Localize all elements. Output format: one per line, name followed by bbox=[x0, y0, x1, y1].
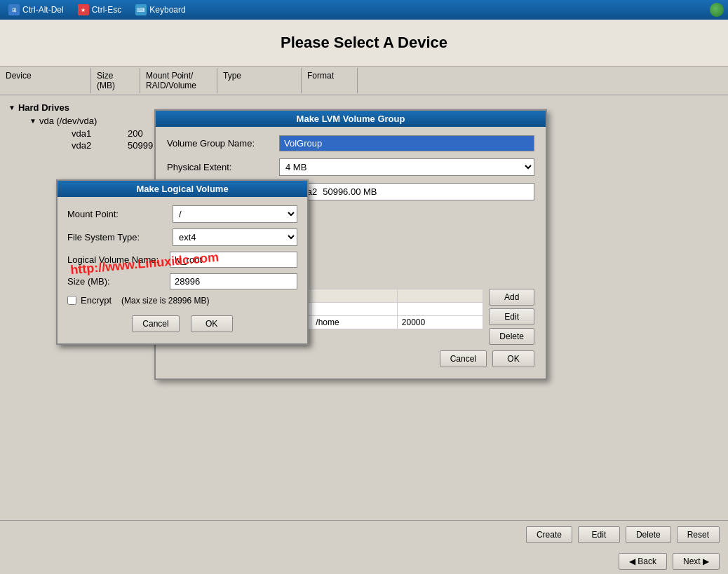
th-size: Size(MB) bbox=[91, 68, 140, 93]
vda2-name: vda2 bbox=[72, 140, 128, 151]
globe-icon bbox=[710, 3, 724, 17]
next-label: Next bbox=[683, 556, 701, 566]
mlv-lv-name-row: Logical Volume Name: bbox=[67, 252, 297, 268]
vda-arrow[interactable]: ▼ bbox=[29, 117, 36, 125]
mlv-mount-label: Mount Point: bbox=[67, 209, 173, 219]
th-device: Device bbox=[0, 68, 91, 93]
lvm-bottom-buttons: Cancel OK bbox=[167, 345, 534, 370]
ctrl-alt-del-icon: ⊞ bbox=[8, 4, 20, 15]
mlv-encrypt-checkbox[interactable] bbox=[67, 296, 76, 305]
mlv-lv-name-label: Logical Volume Name: bbox=[67, 254, 170, 265]
mlv-max-info: (Max size is 28996 MB) bbox=[121, 296, 209, 306]
taskbar-keyboard[interactable]: ⌨ Keyboard bbox=[131, 3, 189, 17]
back-arrow-icon: ◀ bbox=[629, 556, 638, 566]
lv-swap-size bbox=[397, 303, 483, 316]
ctrl-esc-icon: ★ bbox=[78, 4, 89, 15]
edit-button[interactable]: Edit bbox=[578, 526, 620, 543]
pe-label: Physical Extent: bbox=[167, 162, 279, 172]
table-header: Device Size(MB) Mount Point/RAID/Volume … bbox=[0, 67, 728, 95]
mlv-size-row: Size (MB): bbox=[67, 273, 297, 289]
hard-drives-label: Hard Drives bbox=[18, 102, 69, 113]
mlv-encrypt-row: Encrypt (Max size is 28996 MB) bbox=[67, 295, 297, 306]
mlv-size-input[interactable] bbox=[170, 273, 297, 289]
th-type: Type bbox=[217, 68, 302, 93]
hard-drives-arrow[interactable]: ▼ bbox=[8, 104, 15, 111]
vda-label[interactable]: vda (/dev/vda) bbox=[39, 116, 97, 126]
mlv-dialog-title: Make Logical Volume bbox=[58, 181, 307, 197]
lvm-add-button[interactable]: Add bbox=[489, 289, 534, 306]
mlv-size-label: Size (MB): bbox=[67, 276, 170, 287]
mlv-mount-row: Mount Point: / bbox=[67, 205, 297, 223]
th-format: Format bbox=[302, 68, 358, 93]
mlv-fs-row: File System Type: ext4 bbox=[67, 228, 297, 246]
mlv-dialog-body: Mount Point: / File System Type: ext4 Lo… bbox=[58, 197, 307, 343]
pe-select[interactable]: 4 MB bbox=[279, 158, 534, 176]
taskbar-keyboard-label: Keyboard bbox=[149, 5, 185, 15]
lvm-ok-button[interactable]: OK bbox=[492, 350, 534, 367]
back-label: Back bbox=[638, 556, 656, 566]
next-arrow-icon: ▶ bbox=[701, 556, 709, 566]
vg-name-row: Volume Group Name: bbox=[167, 135, 534, 151]
taskbar-ctrl-alt-del[interactable]: ⊞ Ctrl-Alt-Del bbox=[4, 3, 68, 17]
bottom-action-buttons: Create Edit Delete Reset bbox=[0, 520, 728, 549]
lvm-edit-button[interactable]: Edit bbox=[489, 308, 534, 325]
keyboard-icon: ⌨ bbox=[135, 4, 147, 15]
lv-col-size bbox=[397, 289, 483, 303]
page-title-area: Please Select A Device bbox=[0, 20, 728, 67]
lv-home-size: 20000 bbox=[397, 316, 483, 329]
mlv-fs-label: File System Type: bbox=[67, 232, 173, 242]
nav-buttons: ◀ Back Next ▶ bbox=[0, 549, 728, 574]
vda1-name: vda1 bbox=[72, 128, 128, 139]
th-mount: Mount Point/RAID/Volume bbox=[140, 68, 217, 93]
content-area: ▼ Hard Drives ▼ vda (/dev/vda) vda1 200 … bbox=[0, 95, 728, 520]
lvm-cancel-button[interactable]: Cancel bbox=[440, 350, 487, 367]
lvm-right-buttons: Add Edit Delete bbox=[489, 289, 534, 345]
mlv-mount-select[interactable]: / bbox=[173, 205, 297, 223]
mlv-fs-select[interactable]: ext4 bbox=[173, 228, 297, 246]
lv-swap-mount bbox=[311, 303, 397, 316]
vg-name-input[interactable] bbox=[279, 135, 534, 151]
create-button[interactable]: Create bbox=[526, 526, 572, 543]
mlv-cancel-button[interactable]: Cancel bbox=[132, 315, 179, 332]
pe-row: Physical Extent: 4 MB bbox=[167, 158, 534, 176]
taskbar-ctrl-esc[interactable]: ★ Ctrl-Esc bbox=[74, 3, 126, 17]
lv-col-mount bbox=[311, 289, 397, 303]
taskbar: ⊞ Ctrl-Alt-Del ★ Ctrl-Esc ⌨ Keyboard bbox=[0, 0, 728, 20]
taskbar-ctrl-alt-del-label: Ctrl-Alt-Del bbox=[22, 5, 64, 15]
pv-checkbox-container: vda2 50996.00 MB bbox=[279, 183, 534, 200]
main-area: Please Select A Device Device Size(MB) M… bbox=[0, 20, 728, 574]
lvm-delete-button[interactable]: Delete bbox=[489, 328, 534, 345]
mlv-encrypt-label: Encrypt bbox=[81, 295, 112, 306]
mlv-ok-button[interactable]: OK bbox=[191, 315, 233, 332]
pv-vda2-size: 50996.00 MB bbox=[323, 186, 377, 197]
next-button[interactable]: Next ▶ bbox=[673, 553, 720, 570]
taskbar-ctrl-esc-label: Ctrl-Esc bbox=[92, 5, 122, 15]
delete-button[interactable]: Delete bbox=[626, 526, 671, 543]
mlv-dialog: Make Logical Volume Mount Point: / File … bbox=[56, 179, 309, 345]
reset-button[interactable]: Reset bbox=[677, 526, 720, 543]
lv-home-mount: /home bbox=[311, 316, 397, 329]
mlv-lv-name-input[interactable] bbox=[170, 252, 297, 268]
vg-name-label: Volume Group Name: bbox=[167, 138, 279, 149]
lvm-dialog-title: Make LVM Volume Group bbox=[156, 111, 546, 127]
back-button[interactable]: ◀ Back bbox=[619, 553, 667, 570]
mlv-buttons: Cancel OK bbox=[67, 313, 297, 335]
page-title: Please Select A Device bbox=[0, 34, 728, 52]
